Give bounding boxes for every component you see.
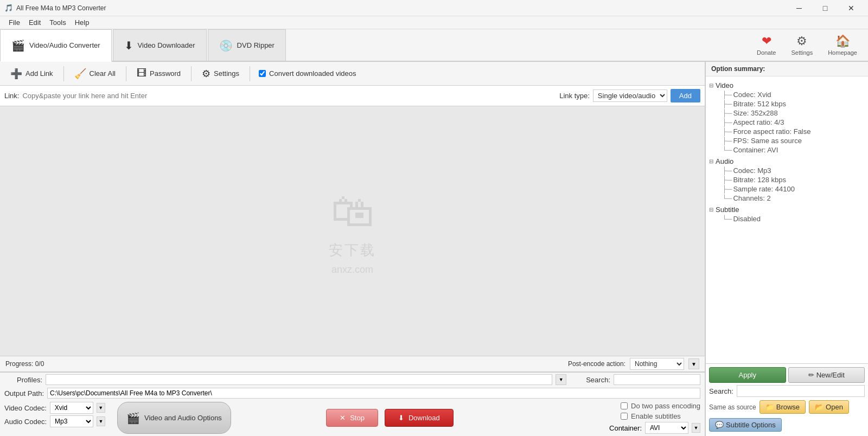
profiles-input[interactable]: [46, 374, 552, 385]
center-action-area: ✕ Stop ⬇ Download: [235, 402, 544, 434]
post-encode-dropdown-button[interactable]: ▼: [688, 358, 699, 369]
link-label: Link:: [4, 92, 19, 100]
watermark-bag-icon: 🛍: [331, 187, 374, 236]
search-label: Search:: [586, 376, 610, 384]
donate-label: Donate: [757, 49, 776, 56]
header-area: 🎬 Video/Audio Converter ⬇ Video Download…: [0, 29, 868, 62]
tree-audio-channels: └─ Channels: 2: [709, 194, 865, 203]
post-encode-select[interactable]: Nothing: [630, 358, 684, 370]
homepage-label: Homepage: [828, 49, 857, 56]
app-title: All Free M4a to MP3 Converter: [16, 4, 787, 12]
container-select[interactable]: AVI: [645, 422, 688, 434]
stop-label: Stop: [350, 414, 365, 422]
settings-icon: ⚙: [796, 34, 807, 48]
browse-button[interactable]: 📁 Browse: [760, 400, 806, 414]
output-path-label: Output Path:: [4, 389, 44, 397]
tree-subtitle-group: ⊟ Subtitle └─ Disabled: [709, 205, 865, 223]
link-bar: Link: Link type: Single video/audio Add: [0, 86, 705, 106]
menu-tools[interactable]: Tools: [45, 17, 70, 28]
tree-subtitle-disabled: └─ Disabled: [709, 214, 865, 223]
stop-button[interactable]: ✕ Stop: [326, 409, 378, 427]
clear-all-button[interactable]: 🧹 Clear All: [68, 65, 122, 82]
subtitle-options-button[interactable]: 💬 Subtitle Options: [709, 418, 782, 432]
apply-button[interactable]: Apply: [709, 367, 786, 383]
output-path-input[interactable]: [47, 388, 700, 399]
center-panel: ➕ Add Link 🧹 Clear All 🎞 Password ⚙ Sett…: [0, 62, 705, 436]
subtitles-label[interactable]: Enable subtitles: [621, 412, 700, 420]
audio-codec-dropdown-button[interactable]: ▼: [97, 416, 105, 426]
main-layout: ➕ Add Link 🧹 Clear All 🎞 Password ⚙ Sett…: [0, 62, 868, 436]
subtitle-options-label: Subtitle Options: [726, 421, 776, 429]
link-input[interactable]: [22, 92, 556, 100]
search-field[interactable]: [737, 385, 865, 397]
video-codec-row: Video Codec: Xvid ▼: [4, 402, 113, 414]
watermark: 🛍 安下载 anxz.com: [329, 187, 376, 275]
tree-video-bitrate: ├─ Bitrate: 512 kbps: [709, 99, 865, 108]
tab-download-icon: ⬇: [124, 39, 133, 52]
add-link-button[interactable]: ➕ Add Link: [4, 65, 59, 82]
option-tree: ⊟ Video ├─ Codec: Xvid ├─ Bitrate: 512 k…: [706, 76, 868, 363]
tree-subtitle-header[interactable]: ⊟ Subtitle: [709, 205, 865, 214]
subtitles-checkbox[interactable]: [621, 413, 628, 420]
homepage-button[interactable]: 🏠 Homepage: [821, 32, 864, 58]
add-link-icon: ➕: [10, 68, 22, 80]
convert-downloaded-checkbox[interactable]: [259, 70, 266, 77]
window-controls: ─ □ ✕: [787, 0, 864, 16]
home-icon: 🏠: [835, 34, 850, 48]
tree-video-container: └─ Container: AVI: [709, 145, 865, 155]
password-button[interactable]: 🎞 Password: [131, 65, 187, 82]
password-icon: 🎞: [137, 68, 146, 79]
stop-icon: ✕: [340, 414, 346, 422]
tab-dvd-label: DVD Ripper: [237, 41, 275, 49]
maximize-button[interactable]: □: [813, 0, 838, 16]
tree-video-force-aspect: ├─ Force aspect ratio: False: [709, 127, 865, 136]
close-button[interactable]: ✕: [839, 0, 864, 16]
settings-button[interactable]: ⚙ Settings: [784, 32, 819, 58]
tree-audio-label: Audio: [716, 157, 733, 165]
toolbar-sep-4: [250, 66, 250, 81]
title-bar: 🎵 All Free M4a to MP3 Converter ─ □ ✕: [0, 0, 868, 16]
profiles-dropdown-button[interactable]: ▼: [556, 374, 566, 385]
minimize-button[interactable]: ─: [787, 0, 812, 16]
download-button[interactable]: ⬇ Download: [385, 409, 454, 427]
video-codec-select[interactable]: Xvid: [50, 402, 93, 414]
audio-codec-select[interactable]: Mp3: [50, 415, 93, 427]
menu-file[interactable]: File: [4, 17, 24, 28]
clear-all-label: Clear All: [90, 69, 116, 78]
container-dropdown-button[interactable]: ▼: [692, 423, 700, 433]
toolbar-settings-button[interactable]: ⚙ Settings: [196, 65, 245, 82]
search-field-label: Search:: [709, 387, 733, 395]
toolbar-sep-3: [191, 66, 192, 81]
tab-dvd-ripper[interactable]: 💿 DVD Ripper: [208, 29, 286, 61]
toolbar-settings-label: Settings: [214, 69, 239, 78]
tab-video-audio-converter[interactable]: 🎬 Video/Audio Converter: [0, 29, 112, 62]
checkboxes: Do two pass encoding Enable subtitles: [621, 402, 700, 420]
new-edit-button[interactable]: ✏ New/Edit: [788, 367, 865, 383]
add-button[interactable]: Add: [671, 89, 700, 102]
open-button[interactable]: 📂 Open: [809, 400, 849, 414]
audio-codec-row: Audio Codec: Mp3 ▼: [4, 415, 113, 427]
two-pass-label[interactable]: Do two pass encoding: [621, 402, 700, 410]
search-input[interactable]: [614, 374, 700, 385]
menu-edit[interactable]: Edit: [24, 17, 45, 28]
codec-area: Video Codec: Xvid ▼ Audio Codec: Mp3 ▼: [4, 402, 113, 434]
right-panel-bottom: Apply ✏ New/Edit Search: Same as source …: [706, 363, 868, 436]
toolbar: ➕ Add Link 🧹 Clear All 🎞 Password ⚙ Sett…: [0, 62, 705, 86]
video-codec-dropdown-button[interactable]: ▼: [97, 403, 105, 413]
tree-video-toggle: ⊟: [709, 82, 713, 88]
two-pass-checkbox[interactable]: [621, 402, 628, 409]
convert-downloaded-checkbox-label[interactable]: Convert downloaded videos: [259, 69, 356, 78]
app-icon: 🎵: [4, 4, 13, 12]
option-summary-title: Option summary:: [706, 62, 868, 76]
tab-video-downloader[interactable]: ⬇ Video Downloader: [113, 29, 207, 61]
tab-video-label: Video/Audio Converter: [29, 41, 100, 49]
tree-audio-sample-rate: ├─ Sample rate: 44100: [709, 184, 865, 194]
tab-video-icon: 🎬: [11, 39, 25, 52]
tree-audio-header[interactable]: ⊟ Audio: [709, 157, 865, 166]
link-type-select[interactable]: Single video/audio: [593, 89, 667, 102]
tree-video-header[interactable]: ⊟ Video: [709, 81, 865, 90]
donate-button[interactable]: ❤ Donate: [750, 32, 782, 58]
video-audio-options-button[interactable]: 🎬 Video and Audio Options: [117, 402, 231, 434]
donate-icon: ❤: [762, 34, 771, 48]
menu-help[interactable]: Help: [71, 17, 94, 28]
